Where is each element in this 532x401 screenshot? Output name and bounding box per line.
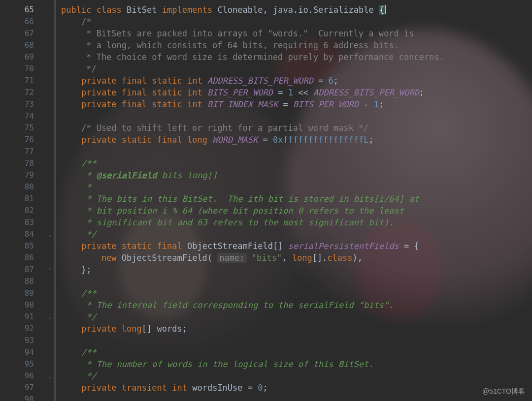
code-line[interactable]: public class BitSet implements Cloneable… [61, 4, 532, 16]
fold-marker [45, 216, 54, 228]
code-line[interactable]: private final static int BIT_INDEX_MASK … [61, 98, 532, 110]
fold-marker [45, 16, 54, 28]
code-editor[interactable]: 6566676869707172737475767778798081828384… [0, 0, 532, 401]
code-line[interactable]: * The bits in this BitSet. The ith bit i… [61, 193, 532, 205]
fold-marker [45, 122, 54, 134]
code-line[interactable]: private final static int BITS_PER_WORD =… [61, 87, 532, 98]
fold-marker [45, 146, 54, 157]
line-number[interactable]: 78 [0, 157, 45, 169]
code-line[interactable]: * bit position i % 64 (where bit positio… [61, 205, 532, 216]
code-line[interactable]: private long[] words; [61, 323, 532, 335]
code-line[interactable]: */ [61, 63, 532, 75]
code-line[interactable] [61, 335, 532, 346]
line-number[interactable]: 80 [0, 181, 45, 193]
line-number[interactable]: 69 [0, 51, 45, 63]
code-line[interactable]: */ [61, 311, 532, 323]
code-line[interactable]: * a long, which consists of 64 bits, req… [61, 39, 532, 51]
line-number[interactable]: 65 [0, 4, 45, 16]
code-line[interactable]: private static final ObjectStreamField[]… [61, 240, 532, 252]
fold-marker [45, 287, 54, 299]
fold-marker [45, 181, 54, 193]
code-line[interactable]: private final static int ADDRESS_BITS_PE… [61, 75, 532, 87]
line-number[interactable]: 76 [0, 134, 45, 146]
fold-marker [45, 75, 54, 87]
code-line[interactable]: /** [61, 287, 532, 299]
fold-column[interactable]: −⌄⌃⌄⌄ [45, 0, 54, 401]
fold-marker [45, 193, 54, 205]
fold-marker [45, 205, 54, 216]
fold-marker [45, 51, 54, 63]
fold-marker [45, 394, 54, 401]
line-number[interactable]: 73 [0, 98, 45, 110]
code-line[interactable]: * @serialField bits long[] [61, 169, 532, 181]
line-number[interactable]: 66 [0, 16, 45, 28]
fold-marker [45, 346, 54, 358]
fold-marker [45, 169, 54, 181]
code-area[interactable]: public class BitSet implements Cloneable… [56, 0, 532, 401]
code-line[interactable]: * The choice of word size is determined … [61, 51, 532, 63]
line-number[interactable]: 87 [0, 264, 45, 276]
line-number[interactable]: 83 [0, 216, 45, 228]
code-line[interactable]: /** [61, 157, 532, 169]
code-line[interactable]: * significant bit and 63 refers to the m… [61, 216, 532, 228]
fold-marker [45, 335, 54, 346]
line-number[interactable]: 67 [0, 28, 45, 39]
line-number[interactable]: 82 [0, 205, 45, 216]
fold-marker [45, 39, 54, 51]
watermark: @51CTO博客 [482, 387, 525, 396]
code-line[interactable]: /* Used to shift left or right for a par… [61, 122, 532, 134]
line-number[interactable]: 88 [0, 276, 45, 287]
code-line[interactable]: * [61, 181, 532, 193]
code-line[interactable]: new ObjectStreamField( name: "bits", lon… [61, 252, 532, 264]
code-line[interactable]: private transient int wordsInUse = 0; [61, 382, 532, 394]
line-number[interactable]: 81 [0, 193, 45, 205]
line-number[interactable]: 86 [0, 252, 45, 264]
fold-marker[interactable]: ⌄ [45, 370, 54, 382]
code-line[interactable] [61, 146, 532, 157]
line-number[interactable]: 68 [0, 39, 45, 51]
fold-marker[interactable]: ⌃ [45, 264, 54, 276]
code-line[interactable]: /** [61, 346, 532, 358]
fold-marker [45, 110, 54, 122]
line-number[interactable]: 95 [0, 358, 45, 370]
text-caret [385, 5, 386, 14]
line-number[interactable]: 97 [0, 382, 45, 394]
code-line[interactable]: * The internal field corresponding to th… [61, 299, 532, 311]
code-line[interactable]: */ [61, 370, 532, 382]
line-number[interactable]: 74 [0, 110, 45, 122]
code-line[interactable] [61, 110, 532, 122]
code-line[interactable]: * The number of words in the logical siz… [61, 358, 532, 370]
fold-marker[interactable]: ⌄ [45, 228, 54, 240]
line-number[interactable]: 75 [0, 122, 45, 134]
line-number[interactable]: 84 [0, 228, 45, 240]
line-number[interactable]: 71 [0, 75, 45, 87]
code-line[interactable]: * BitSets are packed into arrays of "wor… [61, 28, 532, 39]
line-number[interactable]: 92 [0, 323, 45, 335]
line-number[interactable]: 93 [0, 335, 45, 346]
line-number[interactable]: 77 [0, 146, 45, 157]
fold-marker [45, 63, 54, 75]
code-line[interactable]: /* [61, 16, 532, 28]
line-number[interactable]: 89 [0, 287, 45, 299]
fold-marker [45, 87, 54, 98]
line-number[interactable]: 70 [0, 63, 45, 75]
line-number[interactable]: 85 [0, 240, 45, 252]
line-number[interactable]: 94 [0, 346, 45, 358]
line-number[interactable]: 91 [0, 311, 45, 323]
fold-marker [45, 299, 54, 311]
fold-marker[interactable]: ⌄ [45, 311, 54, 323]
code-line[interactable] [61, 276, 532, 287]
line-number[interactable]: 79 [0, 169, 45, 181]
code-line[interactable]: private static final long WORD_MASK = 0x… [61, 134, 532, 146]
fold-marker[interactable]: − [45, 4, 54, 16]
line-number[interactable]: 72 [0, 87, 45, 98]
line-number[interactable]: 90 [0, 299, 45, 311]
line-number[interactable]: 96 [0, 370, 45, 382]
line-number[interactable]: 98 [0, 394, 45, 401]
fold-marker [45, 157, 54, 169]
code-line[interactable]: }; [61, 264, 532, 276]
code-line[interactable] [61, 394, 532, 401]
line-number-gutter[interactable]: 6566676869707172737475767778798081828384… [0, 0, 45, 401]
fold-marker [45, 276, 54, 287]
code-line[interactable]: */ [61, 228, 532, 240]
